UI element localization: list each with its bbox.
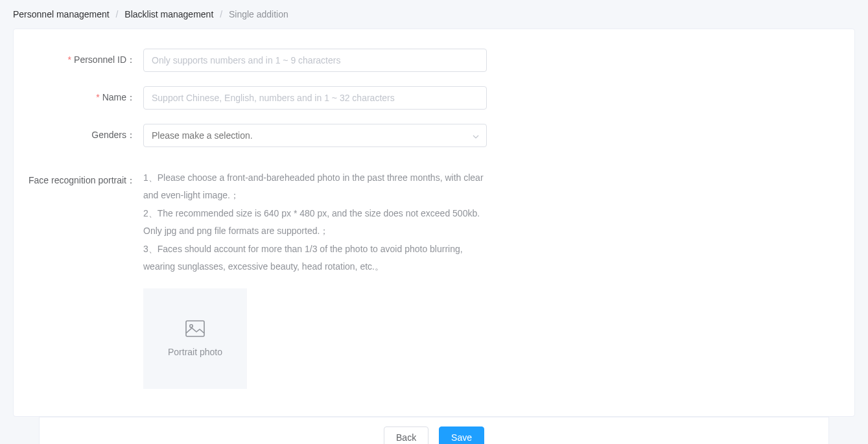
svg-rect-0 xyxy=(186,321,204,336)
instruction-3: 3、Faces should account for more than 1/3… xyxy=(143,240,487,275)
back-button[interactable]: Back xyxy=(384,426,428,444)
row-name: *Name： xyxy=(27,86,841,110)
label-genders: Genders： xyxy=(27,124,143,142)
breadcrumb-item-current: Single addition xyxy=(229,9,288,19)
label-portrait: Face recognition portrait： xyxy=(27,169,143,187)
portrait-instructions: 1、Please choose a front-and-bareheaded p… xyxy=(143,169,487,275)
breadcrumb: Personnel management / Blacklist managem… xyxy=(0,0,868,29)
label-personnel-id: *Personnel ID： xyxy=(27,49,143,67)
portrait-upload-label: Portrait photo xyxy=(168,347,222,357)
instruction-1: 1、Please choose a front-and-bareheaded p… xyxy=(143,169,487,204)
form-card: *Personnel ID： *Name： Genders： xyxy=(13,29,855,417)
name-input[interactable] xyxy=(143,86,487,110)
genders-select[interactable] xyxy=(143,124,487,147)
required-mark: * xyxy=(68,54,71,65)
instruction-2: 2、The recommended size is 640 px * 480 p… xyxy=(143,205,487,239)
portrait-upload[interactable]: Portrait photo xyxy=(143,288,247,389)
genders-select-display[interactable] xyxy=(143,124,487,147)
row-personnel-id: *Personnel ID： xyxy=(27,49,841,72)
breadcrumb-item-blacklist[interactable]: Blacklist management xyxy=(124,9,213,19)
breadcrumb-separator: / xyxy=(220,9,222,19)
breadcrumb-item-personnel[interactable]: Personnel management xyxy=(13,9,110,19)
svg-point-1 xyxy=(190,324,193,327)
label-name: *Name： xyxy=(27,86,143,104)
required-mark: * xyxy=(96,92,99,102)
row-portrait: Face recognition portrait： 1、Please choo… xyxy=(27,169,841,389)
image-icon xyxy=(185,320,205,339)
personnel-id-input[interactable] xyxy=(143,49,487,72)
breadcrumb-separator: / xyxy=(116,9,119,19)
footer-bar: Back Save xyxy=(39,417,829,444)
save-button[interactable]: Save xyxy=(439,426,484,444)
row-genders: Genders： xyxy=(27,124,841,147)
